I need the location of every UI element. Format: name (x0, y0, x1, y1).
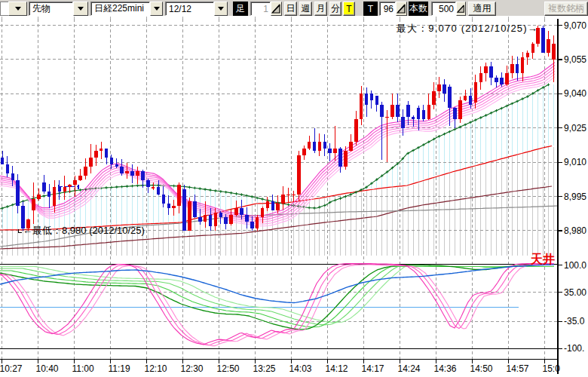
svg-text:12:50: 12:50 (217, 363, 240, 374)
svg-text:14:50: 14:50 (470, 363, 493, 374)
svg-text:9,010: 9,010 (564, 157, 586, 167)
svg-text:11:00: 11:00 (72, 363, 94, 374)
svg-text:9,070: 9,070 (564, 20, 586, 31)
svg-text:15:0: 15:0 (543, 363, 561, 374)
svg-text:13:25: 13:25 (253, 363, 276, 374)
svg-text:14:03: 14:03 (289, 363, 312, 374)
svg-text:8,980: 8,980 (564, 225, 586, 236)
svg-text:10:27: 10:27 (0, 363, 23, 374)
svg-text:9,025: 9,025 (564, 123, 586, 133)
svg-text:35.00: 35.00 (564, 287, 586, 298)
svg-text:12:30: 12:30 (181, 363, 204, 374)
svg-text:14:12: 14:12 (326, 363, 348, 374)
svg-text:14:36: 14:36 (434, 363, 457, 374)
svg-text:10:40: 10:40 (36, 363, 59, 374)
svg-text:11:19: 11:19 (109, 363, 130, 374)
svg-text:12:10: 12:10 (145, 363, 167, 374)
svg-text:14:57: 14:57 (507, 363, 529, 374)
svg-text:最大：9,070 (2012/10/25)→: 最大：9,070 (2012/10/25)→ (397, 23, 538, 34)
svg-text:←最低：8,980 (2012/10/25): ←最低：8,980 (2012/10/25) (23, 225, 145, 236)
svg-text:100.0: 100.0 (564, 260, 586, 271)
svg-text:14:17: 14:17 (362, 363, 384, 374)
svg-text:9,055: 9,055 (564, 54, 586, 65)
svg-text:天井: 天井 (530, 253, 555, 265)
svg-text:8,995: 8,995 (564, 192, 586, 202)
svg-text:9,040: 9,040 (564, 88, 586, 99)
svg-text:14:24: 14:24 (398, 363, 421, 374)
svg-text:-100.: -100. (564, 343, 584, 354)
svg-text:-35.0: -35.0 (564, 316, 585, 326)
